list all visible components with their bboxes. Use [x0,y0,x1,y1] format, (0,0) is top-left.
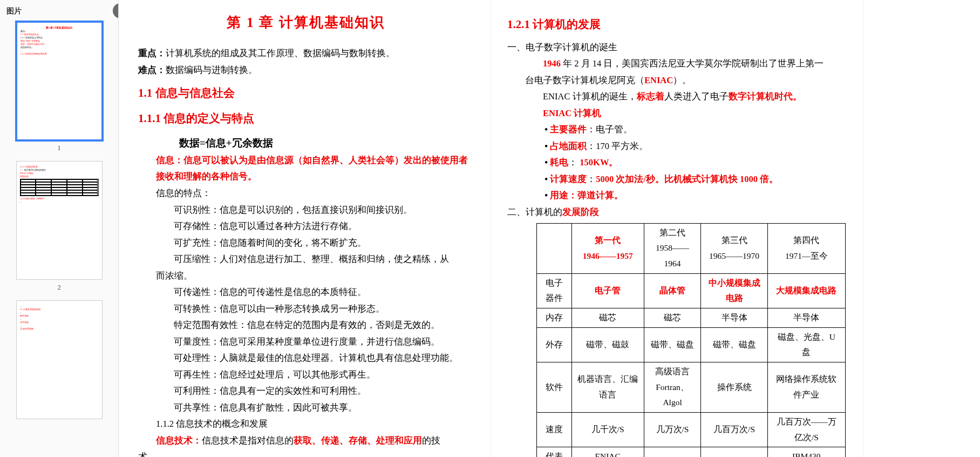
section-1-1-1: 1.1.1 信息的定义与特点 [138,108,473,129]
it-tech: 信息技术：信息技术是指对信息的获取、传递、存储、处理和应用的技 [138,433,473,449]
chapter-title: 第 1 章 计算机基础知识 [138,10,473,36]
thumbnail-3[interactable]: … 1.3 计算机系统的组成 … 硬件系统 … 软件系统 … 冯·诺依曼结构 [16,300,103,419]
section-1-1-2: 1.1.2 信息技术的概念和发展 [138,416,473,433]
document-viewport: 第 1 章 计算机基础知识 重点：计算机系统的组成及其工作原理、数据编码与数制转… [119,0,980,457]
feat-a: 可识别性：信息是可以识别的，包括直接识别和间接识别。 [138,202,473,219]
eniac-spec-2: 占地面积：170 平方米。 [507,138,846,155]
sub-1: 一、电子数字计算机的诞生 [507,39,846,56]
feat-d2: 而浓缩。 [138,268,473,285]
feat-c: 可扩充性：信息随着时间的变化，将不断扩充。 [138,235,473,252]
hard-points: 难点：数据编码与进制转换。 [138,62,473,79]
eniac-head: ENIAC 计算机 [507,105,846,122]
section-1-2-1: 1.2.1 计算机的发展 [507,14,846,35]
feat-d1: 可压缩性：人们对信息进行加工、整理、概括和归纳，使之精练，从 [138,251,473,268]
feat-e: 可传递性：信息的可传递性是信息的本质特征。 [138,284,473,301]
thumb-1-number: 1 [57,144,61,152]
thumb-2-number: 2 [57,283,61,292]
section-1-1: 1.1 信息与信息社会 [138,83,473,104]
page-1: 第 1 章 计算机基础知识 重点：计算机系统的组成及其工作原理、数据编码与数制转… [119,0,491,457]
page-2: 1.2.1 计算机的发展 一、电子数字计算机的诞生 1946 年 2 月 14 … [491,0,863,457]
thumbnail-2[interactable]: 1.2.1 计算机的发展 一、电子数字计算机的诞生 ENIAC 计算机 发展阶段… [16,161,103,280]
eniac-spec-1: 主要器件：电子管。 [507,122,846,138]
feat-i: 可处理性：人脑就是最佳的信息处理器。计算机也具有信息处理功能。 [138,350,473,367]
generations-table: 第一代1946——1957 第二代1958——1964 第三代1965——197… [536,223,846,457]
feat-l: 可共享性：信息具有扩散性，因此可被共享。 [138,400,473,416]
feat-g: 特定范围有效性：信息在特定的范围内是有效的，否则是无效的。 [138,317,473,334]
sub-2: 二、计算机的发展阶段 [507,204,846,221]
feat-f: 可转换性：信息可以由一种形态转换成另一种形态。 [138,301,473,318]
eniac-spec-4: 计算速度：5000 次加法/秒。比机械式计算机快 1000 倍。 [507,171,846,188]
eniac-spec-5: 用途：弹道计算。 [507,187,846,204]
close-icon[interactable]: × [113,3,119,18]
key-points: 重点：计算机系统的组成及其工作原理、数据编码与数制转换。 [138,45,473,62]
info-definition: 信息：信息可以被认为是由信息源（如自然界、人类社会等）发出的被使用者接收和理解的… [138,152,473,185]
thumb-2-wrap: 1.2.1 计算机的发展 一、电子数字计算机的诞生 ENIAC 计算机 发展阶段… [6,161,112,292]
eniac-line2: ENIAC 计算机的诞生，标志着人类进入了电子数字计算机时代。 [507,89,846,105]
feat-h: 可量度性：信息可采用某种度量单位进行度量，并进行信息编码。 [138,334,473,351]
features-head: 信息的特点： [138,185,473,202]
eniac-spec-3: 耗电： 150KW。 [507,154,846,171]
data-equation: 数据=信息+冗余数据 [138,133,473,152]
eniac-line1: 1946 年 2 月 14 日，美国宾西法尼亚大学莫尔学院研制出了世界上第一 [507,56,846,72]
feat-j: 可再生性：信息经过处理后，可以其他形式再生。 [138,367,473,384]
sidebar-title: 图片 [6,4,112,22]
thumb-1-wrap: 第1章 计算机基础知识 重点… 1.1 信息与信息社会 1.1.1 信息的定义与… [6,22,112,152]
feat-b: 可存储性：信息可以通过各种方法进行存储。 [138,218,473,235]
thumbnail-1[interactable]: 第1章 计算机基础知识 重点… 1.1 信息与信息社会 1.1.1 信息的定义与… [16,22,103,140]
thumb-3-wrap: … 1.3 计算机系统的组成 … 硬件系统 … 软件系统 … 冯·诺依曼结构 [6,300,112,419]
feat-k: 可利用性：信息具有一定的实效性和可利用性。 [138,383,473,400]
thumbnail-sidebar: 图片 × 第1章 计算机基础知识 重点… 1.1 信息与信息社会 1.1.1 信… [0,0,119,457]
